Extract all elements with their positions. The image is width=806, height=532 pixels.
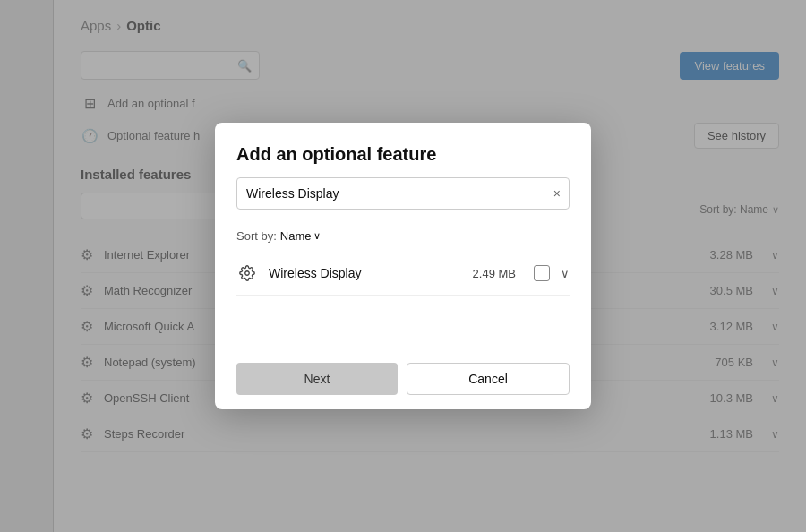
modal-search-input[interactable] <box>236 177 570 210</box>
sort-value-label: Name <box>280 229 312 243</box>
result-item: Wireless Display 2.49 MB ∨ <box>236 252 570 296</box>
modal-results: Wireless Display 2.49 MB ∨ <box>215 252 591 322</box>
modal-sort-row: Sort by: Name ∨ <box>215 220 591 252</box>
next-button[interactable]: Next <box>236 363 398 395</box>
result-name: Wireless Display <box>269 266 462 280</box>
modal-search-clear-button[interactable]: × <box>553 187 561 200</box>
sort-value-button[interactable]: Name ∨ <box>280 229 322 243</box>
result-size: 2.49 MB <box>473 267 516 280</box>
result-gear-icon <box>236 262 258 284</box>
modal-search-wrap: × <box>236 177 570 210</box>
modal-overlay: Add an optional feature × Sort by: Name … <box>0 0 806 532</box>
sort-prefix: Sort by: <box>236 229 277 243</box>
result-chevron-icon[interactable]: ∨ <box>561 267 570 280</box>
modal-footer: Next Cancel <box>215 348 591 409</box>
result-checkbox[interactable] <box>534 265 550 281</box>
modal-dialog: Add an optional feature × Sort by: Name … <box>215 123 591 409</box>
sort-chevron-icon: ∨ <box>313 230 321 242</box>
gear-svg-icon <box>239 265 255 281</box>
cancel-button[interactable]: Cancel <box>407 363 570 395</box>
modal-spacer <box>215 322 591 348</box>
svg-point-0 <box>245 271 250 276</box>
modal-header: Add an optional feature × <box>215 123 591 220</box>
modal-title: Add an optional feature <box>236 144 570 165</box>
